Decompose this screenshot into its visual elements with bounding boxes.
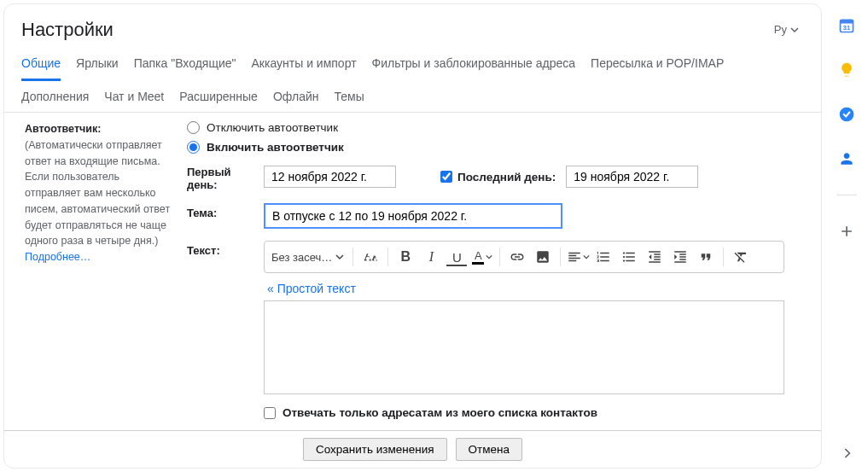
insert-link-button[interactable] (505, 245, 529, 269)
contacts-app-icon[interactable] (838, 150, 855, 167)
chevron-down-icon (790, 26, 799, 34)
subject-label: Тема: (187, 203, 255, 229)
italic-button[interactable]: I (419, 245, 443, 269)
last-day-input[interactable] (566, 166, 698, 188)
tab-inbox[interactable]: Папка "Входящие" (134, 51, 236, 81)
remove-formatting-button[interactable] (729, 245, 753, 269)
text-size-icon (363, 249, 378, 265)
input-language-switch[interactable]: Ру (769, 18, 804, 41)
side-panel: 31 (825, 0, 868, 472)
page-title: Настройки (21, 19, 769, 41)
collapse-sidepanel-icon[interactable] (836, 443, 857, 463)
quote-button[interactable] (694, 245, 718, 269)
first-day-input[interactable] (264, 166, 396, 188)
autoresponder-off-label: Отключить автоответчик (207, 121, 338, 134)
indent-decrease-icon (647, 249, 662, 265)
contacts-only-checkbox[interactable] (264, 407, 276, 419)
indent-increase-icon (673, 249, 688, 265)
text-color-button[interactable]: A (470, 245, 494, 269)
autoresponder-off-radio[interactable] (187, 121, 200, 134)
tab-accounts[interactable]: Аккаунты и импорт (252, 51, 357, 81)
subject-input[interactable] (264, 203, 562, 229)
tab-advanced[interactable]: Расширенные (179, 84, 258, 112)
align-left-icon (567, 249, 582, 265)
indent-more-button[interactable] (668, 245, 692, 269)
list-numbered-icon (596, 249, 611, 265)
section-description: Автоответчик: (Автоматически отправляет … (25, 121, 178, 430)
tab-offline[interactable]: Офлайн (273, 84, 319, 112)
list-bulleted-icon (621, 249, 637, 265)
svg-rect-1 (841, 20, 853, 23)
calendar-app-icon[interactable]: 31 (838, 17, 855, 34)
quote-icon (698, 249, 714, 265)
tab-chat[interactable]: Чат и Meet (104, 84, 164, 112)
keep-app-icon[interactable] (838, 61, 855, 79)
tab-themes[interactable]: Темы (334, 84, 364, 112)
align-button[interactable] (566, 245, 590, 269)
indent-less-button[interactable] (643, 245, 667, 269)
font-family-select[interactable]: Без засеч… (271, 245, 347, 269)
tasks-app-icon[interactable] (838, 106, 855, 123)
tab-forwarding[interactable]: Пересылка и POP/IMAP (591, 51, 724, 81)
tab-filters[interactable]: Фильтры и заблокированные адреса (372, 51, 576, 81)
tab-addons[interactable]: Дополнения (21, 84, 89, 112)
editor-toolbar: Без засеч… B I U A (264, 241, 784, 273)
tab-labels[interactable]: Ярлыки (76, 51, 119, 81)
message-body-editor[interactable] (264, 300, 784, 394)
bold-button[interactable]: B (393, 245, 417, 269)
input-language-label: Ру (774, 23, 787, 36)
bullet-list-button[interactable] (617, 245, 641, 269)
last-day-label: Последний день: (457, 171, 556, 184)
chevron-down-icon (486, 249, 492, 265)
autoresponder-title: Автоответчик: (25, 123, 101, 135)
link-icon (510, 249, 525, 265)
font-size-button[interactable] (358, 245, 382, 269)
get-addons-icon[interactable] (838, 223, 855, 240)
clear-format-icon (733, 249, 749, 265)
tab-general[interactable]: Общие (21, 51, 61, 81)
insert-image-button[interactable] (531, 245, 555, 269)
autoresponder-description: (Автоматически отправляет ответ на входя… (25, 139, 170, 248)
learn-more-link[interactable]: Подробнее… (25, 251, 90, 263)
text-label: Текст: (187, 241, 255, 419)
chevron-down-icon (335, 253, 344, 261)
save-button[interactable]: Сохранить изменения (303, 438, 447, 461)
plain-text-link[interactable]: « Простой текст (267, 282, 356, 295)
image-icon (535, 249, 551, 265)
svg-text:31: 31 (843, 24, 850, 32)
last-day-checkbox[interactable] (440, 171, 452, 183)
autoresponder-on-radio[interactable] (187, 141, 200, 154)
settings-header: Настройки Ру (4, 4, 821, 44)
contacts-only-label: Отвечать только адресатам из моего списк… (283, 406, 597, 419)
cancel-button[interactable]: Отмена (456, 438, 522, 461)
first-day-label: Первый день: (187, 162, 255, 191)
autoresponder-on-label: Включить автоответчик (207, 141, 344, 154)
settings-footer: Сохранить изменения Отмена (4, 430, 821, 468)
numbered-list-button[interactable] (591, 245, 615, 269)
underline-button[interactable]: U (445, 245, 469, 269)
chevron-down-icon (583, 249, 590, 265)
settings-tabs: Общие Ярлыки Папка "Входящие" Аккаунты и… (4, 44, 821, 113)
